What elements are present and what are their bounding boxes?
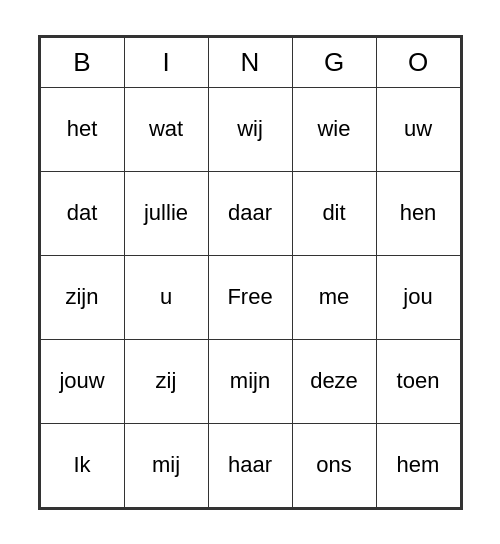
- table-row: datjulliedaardithen: [40, 171, 460, 255]
- table-cell: Ik: [40, 423, 124, 507]
- header-row: BINGO: [40, 37, 460, 87]
- table-cell: zij: [124, 339, 208, 423]
- bingo-table: BINGO hetwatwijwieuwdatjulliedaardithenz…: [40, 37, 461, 508]
- table-row: jouwzijmijndezetoen: [40, 339, 460, 423]
- table-cell: daar: [208, 171, 292, 255]
- header-cell: N: [208, 37, 292, 87]
- table-cell: me: [292, 255, 376, 339]
- table-cell: Free: [208, 255, 292, 339]
- table-row: hetwatwijwieuw: [40, 87, 460, 171]
- header-cell: B: [40, 37, 124, 87]
- table-cell: mijn: [208, 339, 292, 423]
- table-cell: dat: [40, 171, 124, 255]
- table-cell: zijn: [40, 255, 124, 339]
- header-cell: O: [376, 37, 460, 87]
- table-cell: uw: [376, 87, 460, 171]
- table-cell: hen: [376, 171, 460, 255]
- table-cell: haar: [208, 423, 292, 507]
- table-row: Ikmijhaaronshem: [40, 423, 460, 507]
- table-cell: hem: [376, 423, 460, 507]
- table-cell: wat: [124, 87, 208, 171]
- table-cell: jouw: [40, 339, 124, 423]
- bingo-card: BINGO hetwatwijwieuwdatjulliedaardithenz…: [38, 35, 463, 510]
- table-cell: jullie: [124, 171, 208, 255]
- table-cell: mij: [124, 423, 208, 507]
- table-row: zijnuFreemejou: [40, 255, 460, 339]
- table-cell: wij: [208, 87, 292, 171]
- table-cell: ons: [292, 423, 376, 507]
- table-cell: u: [124, 255, 208, 339]
- table-cell: het: [40, 87, 124, 171]
- header-cell: I: [124, 37, 208, 87]
- table-cell: dit: [292, 171, 376, 255]
- table-cell: deze: [292, 339, 376, 423]
- table-cell: wie: [292, 87, 376, 171]
- table-cell: toen: [376, 339, 460, 423]
- header-cell: G: [292, 37, 376, 87]
- table-cell: jou: [376, 255, 460, 339]
